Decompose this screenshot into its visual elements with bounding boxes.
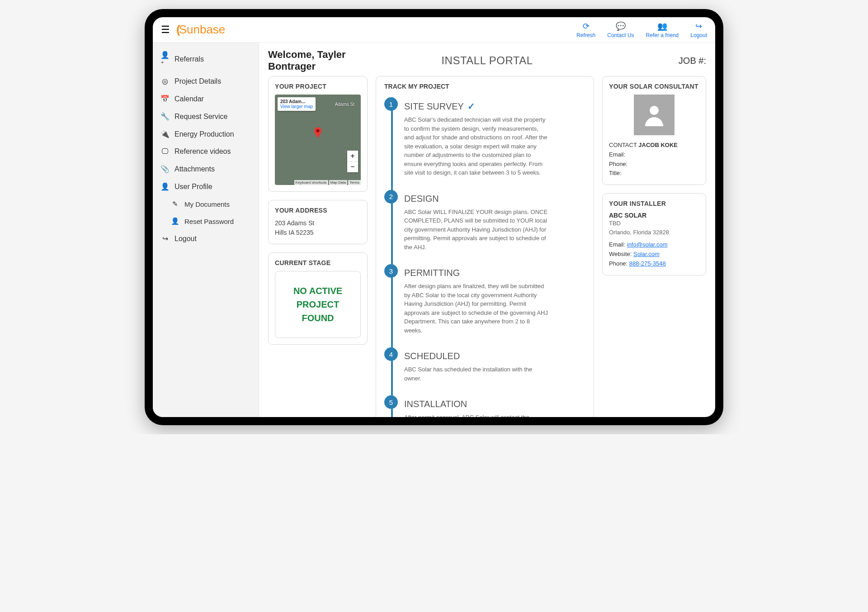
installer-phone-row: Phone: 888-275-3548 [609, 259, 699, 269]
person-plus-icon: 👤⁺ [161, 51, 169, 68]
consultant-avatar [634, 95, 675, 135]
nav-label: My Documents [184, 200, 230, 208]
people-icon: 👥 [657, 21, 667, 31]
calendar-icon: 📅 [161, 95, 169, 103]
step-number: 1 [384, 97, 398, 111]
menu-icon[interactable]: ☰ [161, 24, 170, 36]
chat-icon: 💬 [616, 21, 626, 31]
installer-website-row: Website: Solar.com [609, 250, 699, 259]
sidebar-item-logout[interactable]: ↪ Logout [153, 230, 259, 247]
website-label: Website: [609, 251, 632, 257]
sidebar-item-referrals[interactable]: 👤⁺ Referrals [153, 46, 259, 72]
installer-line1: TBD [609, 219, 699, 228]
step-title: DESIGN [404, 194, 585, 204]
person-icon [641, 101, 668, 128]
step-title-text: SCHEDULED [404, 351, 460, 361]
portal-title: INSTALL PORTAL [368, 54, 607, 67]
nav-label: Reset Password [184, 218, 234, 225]
view-larger-map-link[interactable]: View larger map [280, 104, 313, 109]
sidebar-item-request-service[interactable]: 🔧 Request Service [153, 108, 259, 125]
map-street-label: Adams St [335, 102, 354, 107]
contact-us-button[interactable]: 💬 Contact Us [607, 21, 634, 38]
sidebar-item-energy-production[interactable]: 🔌 Energy Production [153, 125, 259, 143]
your-solar-consultant-card: YOUR SOLAR CONSULTANT CONTACT JACOB KOKE… [602, 76, 706, 185]
sidebar-item-calendar[interactable]: 📅 Calendar [153, 90, 259, 108]
map-terms[interactable]: Terms [348, 180, 361, 185]
sidebar-item-reference-videos[interactable]: 🖵 Reference videos [153, 143, 259, 160]
step-number: 5 [384, 395, 398, 409]
step-title: INSTALLATION [404, 399, 585, 409]
current-stage-card: CURRENT STAGE NO ACTIVE PROJECT FOUND [268, 252, 368, 345]
consultant-email-row: Email: [609, 150, 699, 160]
nav-label: Request Service [175, 113, 227, 121]
logout-button[interactable]: ↪ Logout [690, 21, 707, 38]
checkmark-icon: ✓ [467, 101, 475, 112]
card-title: CURRENT STAGE [275, 259, 361, 266]
step-description: After permit approval, ABC Solar will co… [404, 413, 549, 417]
refer-label: Refer a friend [646, 32, 679, 38]
step-title-text: INSTALLATION [404, 399, 467, 409]
paperclip-icon: 📎 [161, 165, 169, 173]
installer-name: ABC SOLAR [609, 212, 699, 219]
step-number: 4 [384, 347, 398, 361]
consultant-contact: CONTACT JACOB KOKE [609, 141, 699, 150]
email-label: Email: [609, 241, 625, 248]
address-line2: Hills IA 52235 [275, 228, 361, 237]
contact-label: Contact Us [607, 32, 634, 38]
topbar-actions: ⟳ Refresh 💬 Contact Us 👥 Refer a friend … [576, 21, 707, 38]
timeline-step: 3 PERMITTING After design plans are fina… [404, 264, 585, 335]
sidebar-item-user-profile[interactable]: 👤 User Profile [153, 178, 259, 195]
step-title: SITE SURVEY ✓ [404, 101, 585, 112]
sidebar-item-reset-password[interactable]: 👤 Reset Password [153, 213, 259, 230]
step-title: PERMITTING [404, 268, 585, 278]
step-description: After design plans are finalized, they w… [404, 282, 549, 335]
monitor-icon: 🖵 [161, 147, 169, 156]
logo[interactable]: ( Sunbase [176, 23, 225, 37]
user-icon: 👤 [161, 182, 169, 191]
card-title: YOUR INSTALLER [609, 200, 699, 207]
sidebar: 👤⁺ Referrals ◎ Project Details 📅 Calenda… [153, 43, 259, 417]
stage-box: NO ACTIVE PROJECT FOUND [275, 271, 361, 338]
nav-label: User Profile [175, 183, 212, 191]
logout-label: Logout [690, 32, 707, 38]
step-title-text: SITE SURVEY [404, 101, 464, 112]
sidebar-item-my-documents[interactable]: ✎ My Documents [153, 195, 259, 213]
left-column: YOUR PROJECT 203 Adam... View larger map… [268, 76, 368, 417]
card-title: YOUR PROJECT [275, 83, 361, 90]
step-description: ABC Solar WILL FINALIZE YOUR design plan… [404, 208, 549, 252]
content: Welcome, Tayler Bontrager INSTALL PORTAL… [259, 43, 715, 417]
map-keyboard[interactable]: Keyboard shortcuts [294, 180, 328, 185]
step-title-text: PERMITTING [404, 268, 460, 278]
timeline-step: 2 DESIGN ABC Solar WILL FINALIZE YOUR de… [404, 190, 585, 252]
timeline: 1 SITE SURVEY ✓ ABC Solar's dedicated te… [384, 97, 585, 417]
email-label: Email: [609, 151, 625, 158]
map-data[interactable]: Map Data [329, 180, 348, 185]
refer-friend-button[interactable]: 👥 Refer a friend [646, 21, 679, 38]
map-info-overlay: 203 Adam... View larger map [278, 97, 316, 111]
zoom-out-button[interactable]: − [347, 161, 358, 172]
nav-label: Logout [175, 235, 197, 243]
card-title: YOUR SOLAR CONSULTANT [609, 83, 699, 90]
wrench-icon: 🔧 [161, 112, 169, 121]
sidebar-item-attachments[interactable]: 📎 Attachments [153, 160, 259, 178]
header-row: Welcome, Tayler Bontrager INSTALL PORTAL… [268, 49, 706, 72]
nav-label: Attachments [175, 165, 215, 173]
map-address: 203 Adam... [280, 99, 313, 104]
refresh-button[interactable]: ⟳ Refresh [576, 21, 595, 38]
zoom-in-button[interactable]: + [347, 151, 358, 161]
timeline-step: 1 SITE SURVEY ✓ ABC Solar's dedicated te… [404, 97, 585, 177]
nav-label: Project Details [175, 77, 221, 85]
your-project-card: YOUR PROJECT 203 Adam... View larger map… [268, 76, 368, 192]
phone-label: Phone: [609, 161, 627, 167]
center-column: TRACK MY PROJECT 1 SITE SURVEY ✓ ABC Sol… [376, 76, 594, 417]
your-address-card: YOUR ADDRESS 203 Adams St Hills IA 52235 [268, 200, 368, 244]
consultant-phone-row: Phone: [609, 160, 699, 169]
installer-website-link[interactable]: Solar.com [633, 251, 660, 257]
installer-phone-link[interactable]: 888-275-3548 [629, 260, 666, 267]
sidebar-item-project-details[interactable]: ◎ Project Details [153, 72, 259, 90]
phone-label: Phone: [609, 260, 627, 267]
map-pin-icon [314, 127, 321, 138]
installer-email-link[interactable]: info@solar.com [627, 241, 668, 248]
project-map[interactable]: 203 Adam... View larger map Adams St + − [275, 95, 361, 185]
step-description: ABC Solar's dedicated technician will vi… [404, 115, 549, 177]
